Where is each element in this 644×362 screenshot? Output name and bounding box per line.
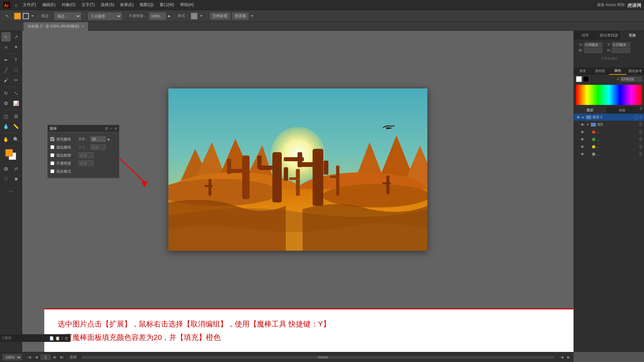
stroke-tolerance-input[interactable] xyxy=(91,144,106,150)
layer-2-visibility-icon[interactable]: 👁 xyxy=(576,115,581,120)
selection-tool-icon[interactable]: ↖ xyxy=(3,11,12,21)
layer-green-visibility-icon[interactable]: 👁 xyxy=(580,137,585,142)
hand-tool[interactable]: ✋ xyxy=(1,135,11,144)
scrollbar-thumb[interactable] xyxy=(318,356,328,359)
prev-btn[interactable]: ◀ xyxy=(34,355,39,360)
preferences-button[interactable]: 首选项 xyxy=(232,12,249,20)
color-gradient-picker[interactable] xyxy=(576,85,642,105)
layers-tab[interactable]: 图层 xyxy=(574,107,606,114)
pencil-tool[interactable]: ✏ xyxy=(11,75,21,85)
style-swatch[interactable] xyxy=(191,13,198,19)
scroll-left-icon[interactable]: ◀ xyxy=(559,355,564,360)
symbol-tool[interactable]: ✿ xyxy=(1,99,11,108)
hex-input[interactable] xyxy=(620,77,642,82)
rotate-tool[interactable]: ↻ xyxy=(1,88,11,98)
lasso-tool[interactable]: ⌾ xyxy=(1,42,11,52)
doc-settings-button[interactable]: 文档设置 xyxy=(210,12,230,20)
layer-003-item[interactable]: 👁 ▼ 003 O xyxy=(574,121,644,128)
pen-tool[interactable]: ✒ xyxy=(1,55,11,65)
pathfinder-tab[interactable]: 路径查找器 xyxy=(597,31,621,40)
point-type-select[interactable]: 3 点圆形 xyxy=(88,12,122,20)
layer-yellow-visibility-icon[interactable]: 👁 xyxy=(580,144,585,149)
fill-tolerance-input[interactable] xyxy=(91,136,106,142)
interpolation-select[interactable]: 插边： xyxy=(54,12,81,20)
layer-2-item[interactable]: 👁 ▶ 图层 2 O xyxy=(574,114,644,121)
layers-options-icon[interactable]: ☰ xyxy=(638,107,644,114)
layer-green-item[interactable]: 👁 ... O xyxy=(574,136,644,143)
opacity-input[interactable] xyxy=(149,12,166,20)
direct-select-tool[interactable]: ↗ xyxy=(11,32,21,42)
stroke-options-btn[interactable]: ▼ xyxy=(31,14,34,18)
type-tool[interactable]: T xyxy=(11,55,21,65)
artboard-tab[interactable]: 画板 xyxy=(606,107,638,114)
eyedropper-tool[interactable]: 💧 xyxy=(1,122,11,131)
more-tools-icon[interactable]: … xyxy=(6,185,16,195)
color-tab[interactable]: 颜色 xyxy=(609,67,627,75)
preferences-arrow-icon[interactable]: ▼ xyxy=(251,14,254,18)
layer-003-expand-icon[interactable]: ▼ xyxy=(586,123,589,126)
menu-item-file[interactable]: 文件(F) xyxy=(20,1,39,8)
layer-red-visibility-icon[interactable]: 👁 xyxy=(580,130,585,134)
fill-color-checkbox[interactable] xyxy=(50,137,54,141)
line-tool[interactable]: ╱ xyxy=(1,65,11,75)
h-input[interactable] xyxy=(612,48,630,53)
rect-tool[interactable]: □ xyxy=(11,65,21,75)
gradient-tool[interactable]: ◫ xyxy=(1,112,11,121)
screen-mode-icon[interactable]: ▣ xyxy=(11,174,21,183)
scroll-right-icon[interactable]: ▶ xyxy=(566,355,571,360)
next-page-icon[interactable]: ▶| xyxy=(59,355,65,360)
stroke-color-icon[interactable] xyxy=(23,13,29,19)
gradient-tab[interactable]: 渐变 xyxy=(574,67,591,75)
swap-colors-icon[interactable]: ⇄ xyxy=(11,164,21,173)
menu-item-text[interactable]: 文字(T) xyxy=(79,1,97,8)
stroke-color-checkbox[interactable] xyxy=(50,145,54,149)
home-icon[interactable]: ⌂ xyxy=(13,2,19,8)
y-input[interactable] xyxy=(612,42,630,47)
opacity-input-panel[interactable] xyxy=(78,161,94,166)
opacity-checkbox[interactable] xyxy=(50,161,54,165)
transparency-tab[interactable]: 透明度 xyxy=(591,67,609,75)
document-tab[interactable]: 未标题-1* @ 100% (RGB/预览) ✕ xyxy=(23,22,89,31)
opacity-arrow-icon[interactable]: ▶ xyxy=(168,14,171,18)
menu-item-help[interactable]: 帮助(H) xyxy=(177,1,197,8)
style-arrow-icon[interactable]: ▼ xyxy=(200,14,203,18)
layer-red-item[interactable]: 👁 ... O xyxy=(574,128,644,136)
white-swatch[interactable] xyxy=(576,76,582,82)
graph-tool[interactable]: 📊 xyxy=(11,99,21,108)
next-btn[interactable]: ▶ xyxy=(53,355,57,360)
fill-color-swatch[interactable] xyxy=(14,13,21,19)
zoom-select[interactable]: 100% xyxy=(3,354,22,360)
x-input[interactable] xyxy=(584,42,602,47)
none-fill-icon[interactable]: ⊘ xyxy=(1,164,11,173)
layer-gray-item[interactable]: 👁 ... O xyxy=(574,150,644,158)
menu-item-object[interactable]: 对象(O) xyxy=(59,1,78,8)
align-tab[interactable]: 对齐 xyxy=(574,31,597,40)
menu-item-edit[interactable]: 编辑(E) xyxy=(40,1,58,8)
mode-icon[interactable]: □ xyxy=(1,174,11,183)
layer-gray-visibility-icon[interactable]: 👁 xyxy=(580,152,585,157)
black-swatch[interactable] xyxy=(583,76,589,82)
color-reference-tab[interactable]: 颜色参考 xyxy=(627,67,644,75)
paint-brush-tool[interactable]: 🖌 xyxy=(1,75,11,85)
prev-page-icon[interactable]: |◀ xyxy=(26,355,32,360)
page-input[interactable] xyxy=(41,355,51,360)
layer-2-target-icon[interactable] xyxy=(634,115,638,119)
select-tool[interactable]: ↖ xyxy=(1,32,11,42)
magic-wand-tool[interactable]: ✦ xyxy=(11,42,21,52)
panel-minimize-btn[interactable]: ─ xyxy=(110,127,112,130)
fill-tolerance-arrow[interactable]: ▶ xyxy=(108,137,110,141)
mesh-tool[interactable]: ⊞ xyxy=(11,112,21,121)
menu-item-effect[interactable]: 效果(E) xyxy=(117,1,136,8)
layer-2-expand-icon[interactable]: ▶ xyxy=(582,115,585,119)
menu-item-window[interactable]: 窗口(W) xyxy=(157,1,177,8)
panel-options-icon[interactable]: ☰ xyxy=(105,127,108,130)
tab-close-icon[interactable]: ✕ xyxy=(82,24,84,28)
transform-tab[interactable]: 变换 xyxy=(621,31,644,40)
scale-tool[interactable]: ⤡ xyxy=(11,88,21,98)
panel-close-btn[interactable]: ✕ xyxy=(114,127,117,130)
foreground-color[interactable] xyxy=(5,149,13,157)
canvas-wrapper[interactable]: 魔棒 ☰ ─ ✕ 填充颜色 容差： ▶ xyxy=(22,31,574,308)
stroke-width-checkbox[interactable] xyxy=(50,153,54,157)
stroke-width-input[interactable] xyxy=(78,153,94,158)
layer-003-visibility-icon[interactable]: 👁 xyxy=(580,122,585,127)
